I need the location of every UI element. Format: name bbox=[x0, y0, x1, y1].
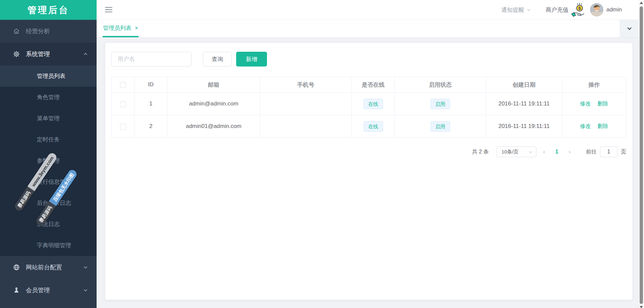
username-label[interactable]: admin bbox=[606, 6, 622, 13]
goto-label: 前往 bbox=[586, 148, 597, 156]
notice-dropdown[interactable]: 通知提醒 bbox=[501, 6, 531, 14]
chevron-up-icon bbox=[83, 52, 88, 56]
tab-actions-dropdown[interactable] bbox=[620, 20, 638, 37]
status-badge: 启用 bbox=[431, 99, 450, 109]
username-search-input[interactable] bbox=[111, 52, 192, 67]
topbar-right: 通知提醒 商户充值 $ bbox=[501, 2, 622, 17]
merchant-recharge-link[interactable]: 商户充值 bbox=[546, 6, 569, 14]
table-header-row: ID 邮箱 手机号 是否在线 启用状态 创建日期 操作 bbox=[112, 77, 626, 93]
cell-actions: 修改删除 bbox=[562, 115, 626, 138]
page-size-value: 10条/页 bbox=[501, 149, 519, 155]
sidebar-item-label: 管理员列表 bbox=[37, 72, 65, 80]
sidebar-item-label: 经营分析 bbox=[26, 27, 50, 35]
cell-created: 2016-11-11 19:11:11 bbox=[486, 115, 562, 138]
cell-email: admin01@admin.com bbox=[167, 115, 260, 138]
row-checkbox[interactable] bbox=[120, 124, 126, 130]
tab-close-icon[interactable]: × bbox=[135, 25, 138, 31]
cell-phone bbox=[260, 115, 352, 138]
cell-online: 在线 bbox=[352, 93, 395, 115]
search-button[interactable]: 查询 bbox=[203, 52, 232, 67]
sidebar-item-members[interactable]: 会员管理 bbox=[0, 279, 97, 302]
cell-status: 启用 bbox=[395, 93, 486, 115]
recharge-coin-icon[interactable]: $ bbox=[571, 2, 587, 17]
edit-link[interactable]: 修改 bbox=[580, 101, 591, 106]
sidebar-item-label: 系统管理 bbox=[26, 50, 50, 58]
gear-icon bbox=[12, 50, 20, 58]
sidebar-item-frontend-config[interactable]: 网站前台配置 bbox=[0, 256, 97, 279]
chevron-down-icon bbox=[527, 8, 531, 12]
sidebar-item-analysis[interactable]: 经营分析 bbox=[0, 20, 97, 43]
search-toolbar: 查询 新增 bbox=[111, 52, 626, 67]
scroll-down-arrow-icon[interactable] bbox=[640, 306, 643, 308]
status-badge: 启用 bbox=[431, 121, 450, 132]
page-number-1[interactable]: 1 bbox=[552, 149, 562, 155]
scroll-up-arrow-icon[interactable] bbox=[640, 2, 643, 4]
admin-table: ID 邮箱 手机号 是否在线 启用状态 创建日期 操作 1 admin@admi… bbox=[111, 77, 626, 138]
scrollbar[interactable] bbox=[639, 0, 644, 308]
select-all-checkbox[interactable] bbox=[120, 82, 126, 88]
page-size-select[interactable]: 10条/页 bbox=[496, 146, 536, 157]
tab-label: 管理员列表 bbox=[103, 24, 131, 32]
prev-page-button[interactable]: ‹ bbox=[536, 148, 552, 155]
chevron-down-icon bbox=[83, 265, 88, 270]
sidebar-item-label: 定时任务 bbox=[37, 136, 60, 143]
cell-online: 在线 bbox=[352, 115, 395, 138]
online-badge: 在线 bbox=[364, 99, 383, 109]
admin-app: 管理后台 经营分析 系统管理 bbox=[0, 0, 644, 308]
pagination: 共 2 条 10条/页 ‹ 1 › 前往 页 bbox=[111, 146, 626, 157]
next-page-button[interactable]: › bbox=[562, 148, 577, 155]
table-row: 1 admin@admin.com 在线 启用 2016-11-11 19:11… bbox=[112, 93, 626, 115]
column-header-online: 是否在线 bbox=[352, 77, 395, 93]
cell-id: 1 bbox=[135, 93, 167, 115]
cell-select bbox=[112, 115, 135, 138]
topbar: 通知提醒 商户充值 $ bbox=[97, 0, 639, 20]
sidebar-item-label: 会员管理 bbox=[26, 286, 50, 294]
chevron-down-icon bbox=[83, 288, 88, 293]
tabbar: 管理员列表 × bbox=[97, 20, 639, 38]
sidebar-item-cron[interactable]: 定时任务 bbox=[0, 129, 97, 150]
cell-phone bbox=[260, 93, 352, 115]
delete-link[interactable]: 删除 bbox=[597, 101, 608, 106]
cell-status: 启用 bbox=[395, 115, 486, 138]
app-logo: 管理后台 bbox=[0, 0, 97, 20]
sidebar: 管理后台 经营分析 系统管理 bbox=[0, 0, 97, 308]
column-header-email: 邮箱 bbox=[167, 77, 260, 93]
sidebar-item-menu[interactable]: 菜单管理 bbox=[0, 108, 97, 129]
sidebar-item-admin-list[interactable]: 管理员列表 bbox=[0, 65, 97, 87]
column-header-actions: 操作 bbox=[562, 77, 626, 93]
sidebar-item-label: 字典明细管理 bbox=[37, 241, 71, 249]
sidebar-item-system[interactable]: 系统管理 bbox=[0, 43, 97, 65]
sidebar-item-label: 网站前台配置 bbox=[26, 263, 62, 271]
column-header-created: 创建日期 bbox=[486, 77, 562, 93]
cell-id: 2 bbox=[135, 115, 167, 138]
member-icon bbox=[12, 286, 20, 294]
delete-link[interactable]: 删除 bbox=[597, 123, 608, 129]
scrollbar-thumb[interactable] bbox=[640, 6, 643, 304]
cell-created: 2016-11-11 19:11:11 bbox=[486, 93, 562, 115]
svg-text:$: $ bbox=[578, 6, 581, 11]
column-header-select bbox=[112, 77, 135, 93]
tab-admin-list[interactable]: 管理员列表 × bbox=[103, 20, 139, 37]
add-button[interactable]: 新增 bbox=[236, 52, 267, 67]
chevron-down-icon bbox=[528, 150, 533, 154]
column-header-status: 启用状态 bbox=[395, 77, 486, 93]
content-card: 查询 新增 ID 邮箱 手机号 是否在线 启用状态 创建日期 操作 bbox=[105, 43, 633, 300]
avatar[interactable] bbox=[590, 3, 603, 16]
menu-toggle-button[interactable] bbox=[105, 7, 112, 13]
cell-select bbox=[112, 93, 135, 115]
globe-icon bbox=[12, 263, 20, 271]
cell-actions: 修改删除 bbox=[562, 93, 626, 115]
sidebar-item-role[interactable]: 角色管理 bbox=[0, 87, 97, 108]
edit-link[interactable]: 修改 bbox=[580, 123, 591, 129]
cell-email: admin@admin.com bbox=[167, 93, 260, 115]
notice-label: 通知提醒 bbox=[501, 6, 524, 14]
sidebar-item-dict[interactable]: 字典明细管理 bbox=[0, 235, 97, 256]
goto-page-group: 前往 页 bbox=[586, 146, 626, 157]
sidebar-item-label: 菜单管理 bbox=[37, 115, 60, 122]
sidebar-item-bank[interactable]: 银行信息管理 bbox=[0, 171, 97, 192]
goto-page-input[interactable] bbox=[600, 146, 618, 157]
row-checkbox[interactable] bbox=[120, 101, 126, 107]
online-badge: 在线 bbox=[364, 121, 383, 132]
sidebar-item-label: 角色管理 bbox=[37, 93, 60, 101]
chevron-down-icon bbox=[627, 26, 632, 32]
